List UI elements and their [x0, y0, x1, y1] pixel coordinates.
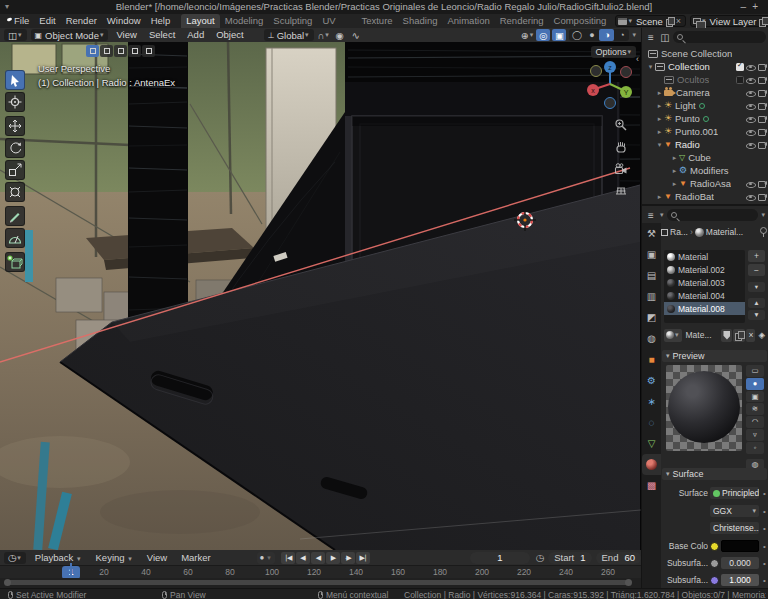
remove-slot-button[interactable]: −: [748, 264, 765, 276]
show-gizmo-toggle[interactable]: ⊕▾: [520, 29, 534, 41]
disable-in-renders-toggle[interactable]: [758, 102, 767, 109]
material-name-field[interactable]: Mate...: [683, 329, 721, 342]
subsurface-value-field[interactable]: 0.000: [721, 557, 759, 569]
shading-wireframe-button[interactable]: ◯: [569, 29, 584, 41]
view-layer-name[interactable]: View Layer: [707, 16, 760, 27]
axis-neg[interactable]: [591, 66, 602, 77]
slot-specials-button[interactable]: ▾: [748, 282, 765, 292]
material-slot[interactable]: Material.002: [664, 263, 745, 276]
outliner-row-modifiers[interactable]: ▸ ⚙Modifiers: [642, 164, 768, 177]
subsurface-method-dropdown[interactable]: Christense...▾: [710, 522, 759, 534]
tab-modifiers[interactable]: ⚙: [642, 370, 661, 391]
axis-neg-x[interactable]: [621, 67, 632, 78]
menu-view[interactable]: View: [140, 551, 174, 565]
shading-rendered-button[interactable]: ◔: [614, 29, 629, 41]
outliner-search-input[interactable]: [673, 31, 766, 43]
select-mode-new[interactable]: [86, 45, 99, 57]
tab-scene[interactable]: ◩: [642, 307, 661, 328]
collection-checkbox[interactable]: [736, 76, 744, 84]
animate-dot[interactable]: •: [761, 524, 768, 533]
unlink-material-button[interactable]: ×: [746, 329, 755, 342]
disable-in-renders-toggle[interactable]: [758, 115, 767, 122]
outliner-row-punto[interactable]: ▸ ☀Punto: [642, 112, 768, 125]
current-frame-field[interactable]: 1: [470, 552, 530, 564]
shading-material-button[interactable]: ◑: [599, 29, 614, 41]
pin-icon[interactable]: [759, 227, 767, 237]
animate-dot[interactable]: •: [761, 576, 768, 585]
frame-start-field[interactable]: Start1: [548, 552, 591, 564]
titlebar[interactable]: ▾ Blender* [/home/leoncio/Imágenes/Pract…: [0, 0, 768, 14]
axis-neg-z[interactable]: [605, 98, 616, 109]
node-tree-icon[interactable]: ◈: [756, 329, 767, 342]
chevron-down-icon[interactable]: ▾: [659, 211, 665, 219]
tab-world[interactable]: ◍: [642, 328, 661, 349]
transform-orientation[interactable]: ⊥Global▾: [264, 29, 314, 41]
annotate-tool[interactable]: [5, 206, 25, 226]
select-mode-invert[interactable]: [128, 45, 141, 57]
tab-material[interactable]: [642, 454, 661, 475]
animate-dot[interactable]: •: [761, 559, 768, 568]
expand-arrow-icon[interactable]: ▾: [655, 141, 664, 149]
tab-output[interactable]: ▤: [642, 265, 661, 286]
menu-playback[interactable]: Playback ▾: [28, 551, 89, 565]
menu-object[interactable]: Object: [210, 28, 249, 42]
maximize-button[interactable]: +: [752, 1, 764, 12]
preview-shaderball-button[interactable]: ◠: [746, 416, 764, 428]
new-scene-icon[interactable]: [666, 17, 674, 25]
subsurface-radius-field[interactable]: 1.000: [721, 574, 759, 586]
play-reverse-button[interactable]: ◀: [311, 552, 325, 564]
select-mode-extend[interactable]: [100, 45, 113, 57]
menu-window[interactable]: Window: [102, 14, 146, 28]
jump-to-end-button[interactable]: ▶∣: [356, 552, 370, 564]
disable-in-renders-toggle[interactable]: [758, 76, 767, 83]
outliner-row-radioasa[interactable]: ▸ ▼RadioAsa: [642, 177, 768, 190]
animate-dot[interactable]: •: [761, 507, 768, 516]
proportional-falloff[interactable]: ∿: [349, 29, 363, 41]
material-slot-selected[interactable]: Material.008: [664, 302, 745, 315]
panel-divider[interactable]: [642, 204, 768, 206]
preview-plane-button[interactable]: ▭: [746, 365, 764, 377]
color-socket-icon[interactable]: [710, 542, 719, 551]
hide-in-viewport-toggle[interactable]: [746, 102, 756, 110]
tab-object[interactable]: ■: [642, 349, 661, 370]
tab-object-data[interactable]: ▽: [642, 433, 661, 454]
proportional-edit-toggle[interactable]: ◉: [333, 29, 347, 41]
select-mode-intersect[interactable]: [142, 45, 155, 57]
timeline-scrollbar[interactable]: [6, 580, 630, 585]
disable-in-renders-toggle[interactable]: [758, 141, 767, 148]
cursor-tool[interactable]: [5, 92, 25, 112]
menu-add[interactable]: Add: [181, 28, 210, 42]
snap-toggle[interactable]: ∩▾: [317, 29, 331, 41]
expand-arrow-icon[interactable]: ▸: [655, 102, 664, 110]
transform-tool[interactable]: [5, 182, 25, 202]
expand-arrow-icon[interactable]: ▸: [655, 193, 664, 201]
select-box-tool[interactable]: [5, 70, 25, 90]
tab-animation[interactable]: Animation: [442, 14, 494, 28]
animate-dot[interactable]: •: [761, 489, 768, 498]
menu-file[interactable]: File: [9, 14, 34, 28]
outliner-row-punto-001[interactable]: ▸ ☀Punto.001: [642, 125, 768, 138]
editor-type-button[interactable]: ◫▾: [4, 29, 27, 41]
measure-tool[interactable]: [5, 228, 25, 248]
surface-shader-button[interactable]: Principled ...: [710, 487, 759, 499]
preview-fluid-button[interactable]: ◦: [746, 442, 764, 454]
hide-in-viewport-toggle[interactable]: [746, 128, 756, 136]
tab-physics[interactable]: ◌: [642, 412, 661, 433]
hide-in-viewport-toggle[interactable]: [746, 63, 756, 71]
disable-in-renders-toggle[interactable]: [758, 193, 767, 200]
shading-dropdown-icon[interactable]: ▾: [631, 31, 637, 39]
distribution-dropdown[interactable]: GGX▾: [710, 505, 759, 517]
menu-view[interactable]: View: [110, 28, 142, 42]
minimize-button[interactable]: –: [741, 1, 753, 12]
breadcrumb-object[interactable]: Ra...: [670, 227, 688, 237]
menu-marker[interactable]: Marker: [174, 551, 218, 565]
select-mode-subtract[interactable]: [114, 45, 127, 57]
timeline-ruler[interactable]: 20 40 60 80 100 120 140 160 180 200 220 …: [0, 565, 641, 578]
disable-in-renders-toggle[interactable]: [758, 180, 767, 187]
menu-help[interactable]: Help: [146, 14, 176, 28]
browse-material-button[interactable]: ▾: [664, 329, 682, 342]
hide-in-viewport-toggle[interactable]: [746, 193, 756, 201]
surface-section-header[interactable]: ▾ Surface: [662, 468, 767, 480]
preview-section-header[interactable]: ▾ Preview: [662, 350, 767, 362]
tab-sculpting[interactable]: Sculpting: [268, 14, 317, 28]
